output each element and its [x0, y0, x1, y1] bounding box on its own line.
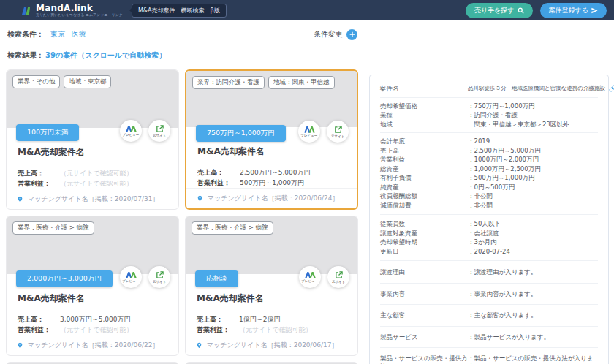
manda-m-icon: [126, 272, 137, 278]
price-badge: 2,000万円～3,000万円: [16, 270, 113, 287]
detail-label: 業種: [380, 111, 468, 119]
filter-tag-medical[interactable]: 医療: [72, 29, 86, 39]
price-badge: 応相談: [195, 270, 238, 287]
matching-site-info: マッチングサイト名［掲載：2020/06/24］: [208, 194, 339, 203]
card-footer: マッチングサイト名［掲載：2020/06/24］: [186, 188, 357, 208]
profit-label: 営業利益：: [18, 325, 60, 335]
profit-value: （元サイトで確認可能）: [60, 178, 133, 189]
source-site-label: 元サイト: [332, 280, 345, 284]
sales-value: 3,000万円～5,000万円: [60, 314, 131, 325]
profit-label: 営業利益：: [197, 325, 239, 335]
card-title[interactable]: M&A売却案件名: [18, 146, 167, 159]
brand-logo[interactable]: MandA.link 売りたい買いたいをつなげる エムアンドエーリンク: [20, 4, 123, 17]
search-conditions-row: 検索条件： 東京 医療 条件変更: [7, 29, 357, 40]
price-badge: 750万円～1,000万円: [196, 125, 286, 142]
detail-value: ：750万円～1,000万円: [468, 102, 598, 110]
search-conditions-label: 検索条件：: [7, 29, 44, 39]
preview-button[interactable]: プレビュー: [120, 266, 142, 288]
change-conditions-label: 条件変更: [314, 29, 343, 39]
source-site-button[interactable]: 元サイト: [148, 120, 170, 142]
app-window: MandA.link 売りたい買いたいをつなげる エムアンドエーリンク M&A売…: [0, 0, 614, 364]
source-site-button[interactable]: 元サイト: [148, 266, 170, 288]
detail-row: 更新日：2020-07-24: [380, 247, 598, 257]
sales-label: 売上高：: [18, 314, 60, 325]
listing-card[interactable]: 業界：医療・介護 > 病院 2,000万円～3,000万円 プレビュー: [6, 216, 179, 356]
filter-tag-tokyo[interactable]: 東京: [50, 29, 65, 39]
detail-value: ：0円～500万円: [468, 183, 598, 192]
preview-button[interactable]: プレビュー: [299, 266, 321, 288]
preview-button[interactable]: プレビュー: [298, 121, 320, 143]
change-conditions-control[interactable]: 条件変更: [314, 29, 357, 40]
divider: [380, 260, 598, 261]
sales-label: 売上高：: [197, 167, 240, 178]
search-results-label: 検索結果：: [7, 50, 44, 61]
divider: [380, 132, 598, 133]
detail-row: 役員報酬総額：非公開: [380, 192, 598, 201]
beta-version-bubble: M&A売却案件 横断検索 β版: [132, 4, 227, 18]
sales-value: 2,500万円～5,000万円: [240, 167, 311, 178]
detail-label: 純資産: [380, 183, 468, 192]
detail-label: 主な顧客: [380, 311, 468, 319]
detail-value: ：2019: [468, 137, 598, 145]
detail-value: ：会社譲渡: [468, 230, 598, 238]
detail-row: 製品サービス：製品サービスが入ります。: [380, 330, 598, 344]
detail-row: 譲渡理由：譲渡理由が入ります。: [380, 265, 598, 279]
source-site-label: 元サイト: [153, 134, 166, 137]
detail-value: ：500万円～1,000万円: [468, 174, 598, 182]
matching-site-info: マッチングサイト名［掲載：2020/06/17］: [207, 341, 338, 350]
listing-card[interactable]: 業界：医療・介護 > 病院 応相談 プレビュー: [185, 216, 358, 356]
industry-tag: 業界：訪問介護・看護: [192, 76, 265, 89]
detail-row: 会計年度：2019: [380, 137, 598, 146]
listing-card[interactable]: 業界：その他 地域：東京都 100万円未満 プレビュー: [6, 69, 179, 210]
find-sellers-button[interactable]: 売り手を探す: [466, 3, 533, 18]
map-pin-icon: [17, 341, 23, 349]
sales-value: 1億円～2億円: [239, 314, 280, 325]
paper-plane-icon: [591, 7, 598, 14]
detail-value: ：製品・サービスの販売・提供方法が入ります。: [468, 354, 598, 364]
price-badge: 100万円未満: [16, 124, 79, 141]
detail-label: 営業利益: [380, 156, 468, 164]
card-title[interactable]: M&A売却案件名: [18, 292, 167, 305]
card-title[interactable]: M&A売却案件名: [197, 145, 346, 158]
detail-label: 減価償却費: [380, 202, 468, 210]
add-condition-button[interactable]: [346, 29, 357, 40]
preview-label: プレビュー: [123, 133, 140, 137]
detail-row: 減価償却費：非公開: [380, 201, 598, 211]
listing-card-selected[interactable]: 業界：訪問介護・看護 地域：関東・甲信越 750万円～1,000万円 プレビュー: [185, 69, 358, 210]
listing-cards-grid: 業界：その他 地域：東京都 100万円未満 プレビュー: [6, 69, 363, 364]
detail-value: ：50人以下: [468, 220, 598, 228]
external-link-icon: [334, 126, 342, 134]
detail-label: 地域: [380, 121, 468, 129]
detail-row: 製品・サービスの販売・提供方法：製品・サービスの販売・提供方法が入ります。: [380, 352, 598, 364]
source-site-button[interactable]: 元サイト: [327, 121, 349, 143]
search-icon: [518, 7, 524, 14]
results-column: 検索条件： 東京 医療 条件変更 検索結果： 39の案件（スクロールで自動検索）…: [0, 20, 363, 364]
detail-value: ：製品サービスが入ります。: [468, 333, 598, 341]
preview-button[interactable]: プレビュー: [120, 120, 142, 142]
detail-row: 売却希望時期：3か月内: [380, 238, 598, 247]
profit-value: 500万円～1,000万円: [240, 178, 304, 188]
register-case-button[interactable]: 案件登録する: [540, 3, 607, 18]
register-case-label: 案件登録する: [549, 6, 588, 15]
detail-value: ：非公開: [468, 202, 598, 210]
detail-value: ：1000万円～2,000万円: [468, 156, 598, 164]
detail-label: 案件名: [380, 85, 468, 93]
map-pin-icon: [197, 194, 203, 202]
detail-row: 売却希望価格：750万円～1,000万円: [380, 102, 598, 111]
detail-row-case-name: 案件名 品川駅徒歩３分 地域医療機関と密接な連携の介護施設: [380, 84, 598, 94]
detail-label: 製品・サービスの販売・提供方法: [380, 354, 468, 364]
link-icon[interactable]: [609, 85, 614, 92]
detail-value: ：事業内容が入ります。: [468, 290, 598, 298]
divider: [380, 97, 598, 98]
detail-label: 従業員数: [380, 220, 468, 228]
detail-value: ：非公開: [468, 192, 598, 200]
manda-m-icon: [304, 126, 315, 133]
plus-icon: [349, 31, 355, 37]
manda-link-logo-icon: [20, 6, 33, 15]
source-site-button[interactable]: 元サイト: [327, 266, 349, 288]
detail-row: 譲渡対象資産：会社譲渡: [380, 229, 598, 238]
region-tag: 地域：東京都: [64, 75, 111, 88]
card-title[interactable]: M&A売却案件名: [197, 292, 346, 305]
detail-row: 有利子負債：500万円～1,000万円: [380, 173, 598, 183]
detail-row: 営業利益：1000万円～2,000万円: [380, 155, 598, 164]
